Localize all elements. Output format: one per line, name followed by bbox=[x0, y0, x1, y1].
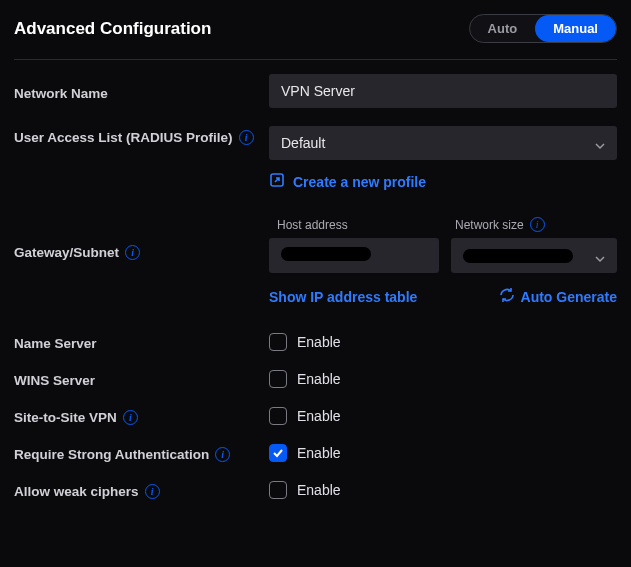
weak-ciphers-label: Allow weak ciphers bbox=[14, 484, 139, 499]
user-access-select[interactable]: Default bbox=[269, 126, 617, 160]
info-icon[interactable]: i bbox=[125, 245, 140, 260]
user-access-label: User Access List (RADIUS Profile) bbox=[14, 130, 233, 145]
gateway-label: Gateway/Subnet bbox=[14, 245, 119, 260]
name-server-checkbox[interactable] bbox=[269, 333, 287, 351]
info-icon[interactable]: i bbox=[145, 484, 160, 499]
refresh-icon bbox=[499, 287, 515, 306]
enable-label: Enable bbox=[297, 371, 341, 387]
network-name-input[interactable] bbox=[269, 74, 617, 108]
create-profile-link[interactable]: Create a new profile bbox=[269, 172, 617, 191]
info-icon[interactable]: i bbox=[530, 217, 545, 232]
auto-generate-link[interactable]: Auto Generate bbox=[499, 287, 617, 306]
strong-auth-label: Require Strong Authentication bbox=[14, 447, 209, 462]
redacted-value bbox=[463, 249, 573, 263]
wins-server-label: WINS Server bbox=[14, 369, 269, 388]
network-size-sublabel: Network size bbox=[455, 218, 524, 232]
info-icon[interactable]: i bbox=[215, 447, 230, 462]
external-link-icon bbox=[269, 172, 285, 191]
wins-server-checkbox[interactable] bbox=[269, 370, 287, 388]
mode-manual-button[interactable]: Manual bbox=[535, 15, 616, 42]
enable-label: Enable bbox=[297, 445, 341, 461]
enable-label: Enable bbox=[297, 334, 341, 350]
name-server-label: Name Server bbox=[14, 332, 269, 351]
site-to-site-checkbox[interactable] bbox=[269, 407, 287, 425]
chevron-down-icon bbox=[595, 251, 605, 261]
network-name-label: Network Name bbox=[14, 82, 269, 101]
show-ip-table-link[interactable]: Show IP address table bbox=[269, 287, 417, 306]
user-access-value: Default bbox=[281, 135, 325, 151]
mode-toggle: Auto Manual bbox=[469, 14, 617, 43]
network-size-select[interactable] bbox=[451, 238, 617, 273]
host-address-sublabel: Host address bbox=[269, 217, 439, 232]
chevron-down-icon bbox=[595, 138, 605, 148]
mode-auto-button[interactable]: Auto bbox=[470, 15, 536, 42]
enable-label: Enable bbox=[297, 482, 341, 498]
strong-auth-checkbox[interactable] bbox=[269, 444, 287, 462]
enable-label: Enable bbox=[297, 408, 341, 424]
info-icon[interactable]: i bbox=[123, 410, 138, 425]
info-icon[interactable]: i bbox=[239, 130, 254, 145]
site-to-site-label: Site-to-Site VPN bbox=[14, 410, 117, 425]
host-address-input[interactable] bbox=[269, 238, 439, 273]
redacted-value bbox=[281, 247, 371, 261]
page-title: Advanced Configuration bbox=[14, 19, 211, 39]
weak-ciphers-checkbox[interactable] bbox=[269, 481, 287, 499]
